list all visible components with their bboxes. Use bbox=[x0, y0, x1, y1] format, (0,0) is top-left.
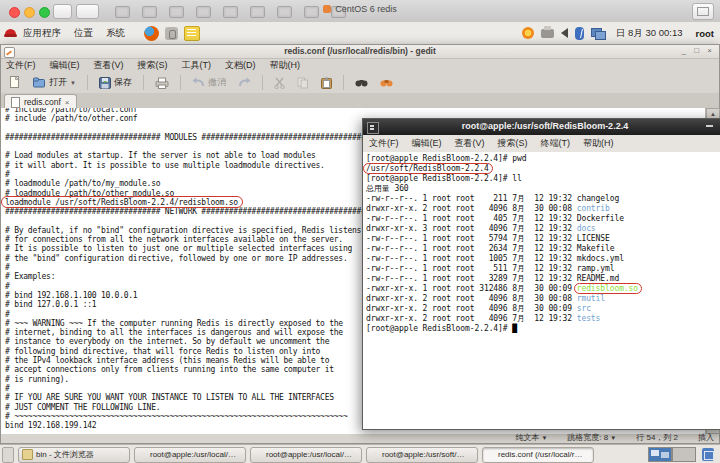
panel-username[interactable]: root bbox=[696, 28, 714, 39]
gedit-menu-5[interactable]: 文档(D) bbox=[225, 59, 256, 72]
tab-close-icon[interactable]: × bbox=[65, 98, 70, 107]
network-icon[interactable] bbox=[591, 28, 605, 39]
volume-icon[interactable] bbox=[561, 28, 568, 38]
tab-label: redis.conf bbox=[24, 97, 61, 107]
taskbar-button[interactable]: root@apple:/usr/soft/… bbox=[366, 447, 478, 463]
terminal-titlebar[interactable]: root@apple:/usr/soft/RedisBloom-2.2.4 bbox=[363, 119, 720, 135]
open-caret-icon: ▼ bbox=[70, 80, 76, 86]
copy-button[interactable] bbox=[294, 76, 312, 90]
terminal-line: -rw-r--r--. 1 root root 405 7月 12 19:32 … bbox=[366, 214, 720, 224]
gedit-menu-3[interactable]: 搜索(S) bbox=[138, 59, 168, 72]
undo-icon bbox=[192, 77, 205, 88]
gedit-titlebar[interactable]: redis.conf (/usr/local/redis/bin) - gedi… bbox=[1, 45, 719, 59]
terminal-window: root@apple:/usr/soft/RedisBloom-2.2.4 文件… bbox=[362, 118, 720, 430]
undo-button[interactable]: 撤消 bbox=[189, 75, 229, 90]
cut-button[interactable] bbox=[271, 76, 288, 90]
distro-menu-icon[interactable] bbox=[4, 28, 17, 39]
taskbar-button-label: redis.conf (/usr/local/r… bbox=[498, 450, 582, 459]
menu-applications[interactable]: 应用程序 bbox=[23, 27, 61, 40]
taskbar-button-label: root@apple:/usr/local/… bbox=[150, 450, 236, 459]
gedit-menu-6[interactable]: 帮助(H) bbox=[270, 59, 301, 72]
redo-icon bbox=[238, 77, 251, 88]
undo-button-label: 撤消 bbox=[208, 76, 226, 89]
taskbar: bin - 文件浏览器root@apple:/usr/local/…root@a… bbox=[0, 444, 720, 463]
terminal-line: -rwxr-xr-x. 1 root root 312486 8月 30 00:… bbox=[366, 284, 720, 294]
terminal-line: -rw-r--r--. 1 root root 511 7月 12 19:32 … bbox=[366, 264, 720, 274]
printer-tray-icon[interactable] bbox=[541, 29, 554, 38]
new-document-button[interactable] bbox=[6, 75, 24, 90]
updates-icon[interactable] bbox=[522, 27, 534, 39]
gedit-menu-0[interactable]: 文件(F) bbox=[6, 59, 36, 72]
terminal-line: [root@apple RedisBloom-2.2.4]# ll bbox=[366, 174, 720, 184]
gedit-statusbar: 纯文本▼ 跳格宽度: 8▼ 行 54，列 2 插入 bbox=[1, 432, 719, 443]
taskbar-button-label: bin - 文件浏览器 bbox=[36, 449, 94, 460]
gedit-launcher-icon[interactable] bbox=[184, 26, 200, 41]
screensaver-lock-icon[interactable] bbox=[165, 27, 178, 40]
gnome-panel: 应用程序 位置 系统 日 8月 30 00:13 root bbox=[0, 22, 720, 45]
tab-document-icon bbox=[11, 97, 20, 108]
menu-system[interactable]: 系统 bbox=[106, 27, 125, 40]
terminal-window-title: root@apple:/usr/soft/RedisBloom-2.2.4 bbox=[363, 121, 720, 131]
paste-button[interactable] bbox=[318, 76, 335, 90]
workspace-2[interactable] bbox=[672, 447, 696, 462]
annotation-box: redisbloom.so bbox=[577, 284, 638, 293]
taskbar-button-label: root@apple:/usr/soft/… bbox=[382, 450, 464, 459]
taskbar-button[interactable]: redis.conf (/usr/local/r… bbox=[482, 447, 594, 463]
taskbar-button[interactable]: root@apple:/usr/local/… bbox=[250, 447, 362, 463]
terminal-menu-2[interactable]: 查看(V) bbox=[455, 137, 485, 150]
terminal-line: -rw-r--r--. 1 root root 5794 7月 12 19:32… bbox=[366, 234, 720, 244]
open-button-label: 打开 bbox=[49, 76, 67, 89]
show-desktop-button[interactable] bbox=[2, 447, 14, 463]
annotation-box: /usr/soft/RedisBloom-2.2.4 bbox=[366, 164, 489, 173]
gedit-toolbar: 打开 ▼ 保存 撤消 bbox=[1, 72, 719, 93]
taskbar-button[interactable]: root@apple:/usr/local/… bbox=[134, 447, 246, 463]
redo-button[interactable] bbox=[235, 76, 254, 89]
tab-redis-conf[interactable]: redis.conf × bbox=[4, 94, 77, 109]
menu-places[interactable]: 位置 bbox=[74, 27, 93, 40]
statusbar-cursor-position: 行 54，列 2 bbox=[636, 432, 678, 443]
toolbar-separator bbox=[180, 75, 181, 90]
panel-tray: 日 8月 30 00:13 root bbox=[522, 27, 720, 40]
find-icon bbox=[355, 78, 368, 88]
print-button[interactable] bbox=[152, 76, 172, 90]
trash-icon[interactable] bbox=[702, 448, 714, 461]
new-document-icon bbox=[9, 76, 21, 89]
clock[interactable]: 日 8月 30 00:13 bbox=[616, 27, 683, 40]
vm-view-mode-button[interactable] bbox=[692, 3, 714, 20]
vm-window-titlebar: CentOS 6 redis bbox=[0, 0, 720, 23]
save-button[interactable]: 保存 bbox=[96, 75, 135, 90]
open-button[interactable]: 打开 ▼ bbox=[30, 75, 79, 90]
terminal-line: drwxr-xr-x. 2 root root 4096 7月 12 19:32… bbox=[366, 314, 720, 324]
workspace-switcher bbox=[648, 447, 696, 462]
gedit-menu-2[interactable]: 查看(V) bbox=[94, 59, 124, 72]
gedit-window-title: redis.conf (/usr/local/redis/bin) - gedi… bbox=[1, 46, 719, 56]
taskbar-button[interactable]: bin - 文件浏览器 bbox=[18, 447, 130, 463]
gedit-menu-1[interactable]: 编辑(E) bbox=[50, 59, 80, 72]
terminal-minimize-icon[interactable] bbox=[706, 125, 713, 127]
toolbar-separator bbox=[343, 75, 344, 90]
terminal-body[interactable]: [root@apple RedisBloom-2.2.4]# pwd/usr/s… bbox=[363, 152, 720, 429]
find-button[interactable] bbox=[352, 77, 371, 89]
vm-window-title: CentOS 6 redis bbox=[0, 4, 720, 14]
terminal-menu-0[interactable]: 文件(F) bbox=[369, 137, 399, 150]
terminal-menu-4[interactable]: 终端(T) bbox=[541, 137, 571, 150]
cut-icon bbox=[274, 77, 285, 89]
gedit-menu-4[interactable]: 工具(T) bbox=[182, 59, 212, 72]
gedit-window-controls[interactable]: _ □ × bbox=[682, 46, 715, 55]
bluetooth-icon[interactable] bbox=[575, 27, 584, 40]
copy-icon bbox=[297, 77, 309, 89]
workspace-1[interactable] bbox=[648, 447, 672, 462]
firefox-launcher-icon[interactable] bbox=[144, 26, 159, 41]
open-folder-icon bbox=[33, 77, 46, 88]
statusbar-language-mode[interactable]: 纯文本▼ bbox=[515, 432, 547, 443]
terminal-line: [root@apple RedisBloom-2.2.4]# █ bbox=[366, 324, 720, 334]
replace-button[interactable] bbox=[377, 77, 396, 89]
save-icon bbox=[99, 77, 111, 89]
terminal-menu-5[interactable]: 帮助(H) bbox=[583, 137, 614, 150]
taskbar-items: bin - 文件浏览器root@apple:/usr/local/…root@a… bbox=[18, 447, 594, 463]
chevron-down-icon: ▼ bbox=[541, 435, 547, 441]
statusbar-tab-width[interactable]: 跳格宽度: 8▼ bbox=[567, 432, 616, 443]
replace-icon bbox=[380, 78, 393, 88]
terminal-menu-3[interactable]: 搜索(S) bbox=[498, 137, 528, 150]
terminal-menu-1[interactable]: 编辑(E) bbox=[412, 137, 442, 150]
